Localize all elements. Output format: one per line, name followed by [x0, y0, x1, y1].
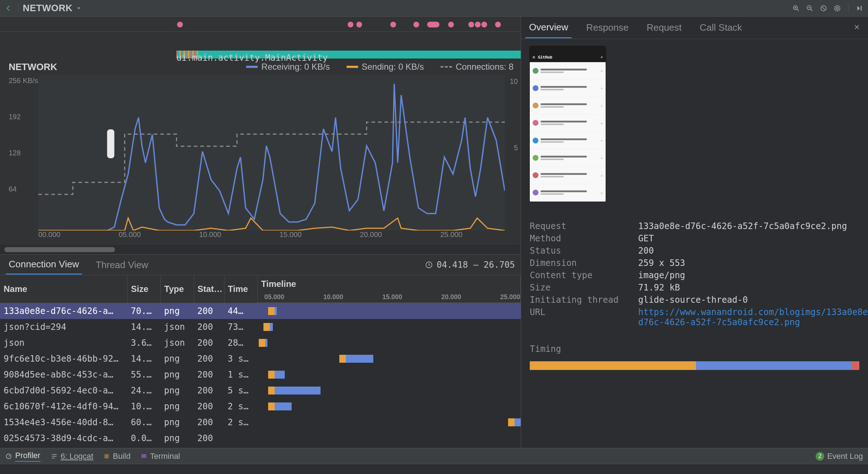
- legend-connections-swatch: [441, 66, 452, 68]
- detail-tabs: Overview Response Request Call Stack: [521, 17, 868, 39]
- toolbar-actions: [791, 3, 864, 13]
- profiler-icon: [5, 453, 12, 460]
- user-events-strip: [0, 17, 521, 32]
- kv-value: 133a0e8e-d76c-4626-a52f-7c5a0afc9ce2.png: [638, 221, 868, 231]
- views-tabs: Connection View Thread View 04.418 — 26.…: [0, 254, 521, 275]
- event-count-badge: 2: [816, 452, 824, 461]
- table-row[interactable]: 1534e4e3-456e-40dd-8…60.…png2002 s …: [0, 414, 521, 430]
- back-button[interactable]: [4, 3, 14, 13]
- zoom-in-icon[interactable]: [791, 3, 801, 13]
- zoom-out-icon[interactable]: [805, 3, 815, 13]
- user-event-dot: [495, 22, 501, 27]
- th-name[interactable]: Name: [0, 275, 127, 303]
- chart-scrollbar[interactable]: [4, 247, 516, 252]
- close-icon: [854, 24, 860, 30]
- detail-tab-callstack[interactable]: Call Stack: [696, 18, 745, 38]
- detail-tab-response[interactable]: Response: [583, 18, 632, 38]
- user-event-dot: [348, 22, 353, 27]
- th-status[interactable]: Stat…: [194, 275, 224, 303]
- build-icon: [103, 453, 110, 460]
- table-row[interactable]: 025c4573-38d9-4cdc-a…0.0 Bpng200: [0, 430, 521, 446]
- user-event-dot: [468, 22, 474, 27]
- range-value: 04.418 — 26.705: [437, 260, 515, 270]
- request-detail-panel: Overview Response Request Call Stack ≡Gi…: [521, 17, 868, 448]
- table-row[interactable]: json?cid=29414.…json20073…: [0, 319, 521, 335]
- legend-sending: Sending: 0 KB/s: [362, 62, 424, 72]
- th-timeline[interactable]: Timeline 05.00010.00015.00020.00025.000: [257, 275, 521, 303]
- svg-rect-6: [107, 129, 114, 158]
- kv-key: Size: [530, 283, 631, 293]
- kv-value: GET: [638, 233, 868, 244]
- detail-tab-request[interactable]: Request: [643, 18, 685, 38]
- svg-rect-10: [141, 454, 146, 458]
- chart-title: NETWORK: [9, 61, 57, 73]
- tool-build[interactable]: Build: [103, 452, 130, 461]
- profiler-toolbar: NETWORK: [0, 0, 868, 17]
- table-row[interactable]: 6cbd7d0d-5692-4ec0-a…24.…png2005 s …: [0, 383, 521, 398]
- kv-value[interactable]: https://www.wanandroid.com/blogimgs/133a…: [638, 307, 868, 327]
- kv-key: Request: [530, 221, 631, 231]
- zoom-selection-icon[interactable]: [832, 3, 842, 13]
- network-profiler-pane: ui.main.activity.MainActivity NETWORK Re…: [0, 17, 521, 448]
- user-event-dot: [475, 22, 481, 27]
- table-row[interactable]: 9fc6e10c-b3e8-46bb-92…14.…png2003 s …: [0, 351, 521, 367]
- activity-name: ui.main.activity.MainActivity: [176, 53, 328, 63]
- user-event-dot: [481, 22, 487, 27]
- th-size[interactable]: Size: [127, 275, 160, 303]
- user-event-dot: [390, 22, 396, 27]
- logcat-icon: [51, 453, 58, 460]
- kv-key: Method: [530, 233, 631, 244]
- kv-key: Dimension: [530, 258, 631, 268]
- th-time[interactable]: Time: [224, 275, 257, 303]
- kv-key: Content type: [530, 270, 631, 280]
- tab-connection-view[interactable]: Connection View: [6, 255, 82, 275]
- kv-value: 259 x 553: [638, 258, 868, 268]
- x-axis: 00.00005.00010.00015.00020.00025.000: [0, 230, 521, 245]
- legend-connections: Connections: 8: [456, 62, 514, 72]
- reset-zoom-icon[interactable]: [818, 3, 829, 13]
- timing-label: Timing: [530, 344, 859, 354]
- go-live-icon[interactable]: [854, 3, 864, 13]
- kv-key: URL: [530, 307, 631, 317]
- tool-terminal[interactable]: Terminal: [141, 452, 180, 461]
- kv-value: image/png: [638, 270, 868, 280]
- terminal-icon: [141, 453, 147, 460]
- close-button[interactable]: [850, 21, 864, 35]
- user-event-dot: [177, 22, 183, 27]
- clock-icon: [425, 261, 433, 269]
- profiler-title[interactable]: NETWORK: [23, 3, 82, 14]
- table-row[interactable]: json3.6…json20028…: [0, 335, 521, 351]
- response-preview-image: ≡GitHub⌕ ★★★★★★★★: [530, 46, 606, 202]
- user-event-dot: [427, 22, 439, 27]
- svg-point-3: [835, 5, 840, 11]
- kv-value: 71.92 kB: [638, 283, 868, 293]
- network-chart[interactable]: 256 KB/s19212864 105: [0, 75, 521, 230]
- kv-value: 200: [638, 246, 868, 256]
- th-type[interactable]: Type: [160, 275, 194, 303]
- tool-event-log[interactable]: 2Event Log: [816, 452, 863, 461]
- connections-table: Name Size Type Stat… Time Timeline 05.00…: [0, 275, 521, 448]
- table-row[interactable]: 9084d5ee-ab8c-453c-a…55.…png2001 s …: [0, 367, 521, 383]
- y-axis-left: 256 KB/s19212864: [0, 75, 38, 230]
- selection-range: 04.418 — 26.705: [425, 260, 515, 270]
- activity-strip: ui.main.activity.MainActivity: [0, 32, 521, 59]
- legend-sending-swatch: [347, 66, 358, 68]
- tool-profiler[interactable]: Profiler: [5, 451, 40, 462]
- user-event-dot: [356, 22, 362, 27]
- scroll-thumb[interactable]: [4, 247, 115, 252]
- kv-key: Initiating thread: [530, 295, 631, 305]
- kv-value: glide-source-thread-0: [638, 295, 868, 305]
- tab-thread-view[interactable]: Thread View: [93, 256, 151, 274]
- tool-logcat[interactable]: 6: Logcat: [51, 452, 94, 461]
- status-bar: [0, 464, 868, 474]
- table-row[interactable]: 6c10670f-412e-4df0-94…10.…png2002 s …: [0, 398, 521, 414]
- svg-point-4: [836, 7, 838, 9]
- timing-bar: [530, 361, 859, 370]
- legend-receiving-swatch: [246, 66, 258, 68]
- tool-window-bar: Profiler 6: Logcat Build Terminal 2Event…: [0, 448, 868, 464]
- detail-tab-overview[interactable]: Overview: [525, 17, 572, 38]
- separator: [18, 4, 18, 13]
- separator: [848, 3, 848, 13]
- table-row[interactable]: 133a0e8e-d76c-4626-a…70.…png20044…: [0, 303, 521, 319]
- user-event-dot: [413, 22, 419, 27]
